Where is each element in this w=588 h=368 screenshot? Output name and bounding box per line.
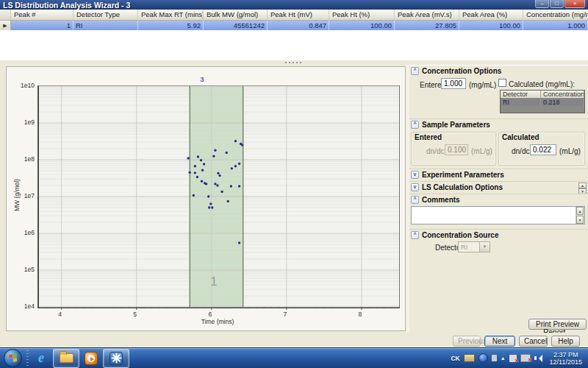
dndc-entered-input[interactable]: 0.100	[445, 144, 468, 155]
region-id-label: 1	[207, 275, 221, 289]
media-player-button[interactable]	[82, 350, 101, 367]
column-header[interactable]: Peak Max RT (mins)	[138, 10, 204, 21]
tray-device-icon[interactable]	[492, 355, 497, 361]
y-tick-label: 1e10	[7, 82, 35, 89]
column-header[interactable]: Bulk MW (g/mol)	[204, 10, 268, 21]
internet-explorer-button[interactable]: e	[32, 350, 51, 367]
column-header[interactable]: Peak Ht (%)	[329, 10, 395, 21]
start-button[interactable]	[4, 349, 22, 367]
table-cell: 100.00	[329, 21, 395, 30]
network-error-icon[interactable]: ×	[520, 354, 531, 362]
collapse-icon[interactable]: ^	[411, 196, 419, 204]
print-preview-report-button[interactable]: Print Preview Report...	[528, 319, 587, 330]
section-title: Sample Parameters	[422, 121, 490, 129]
y-tick-label: 1e7	[7, 192, 35, 199]
tray-folder-icon[interactable]	[464, 354, 475, 362]
detector-concentration-table: Detector typeConcentration RI0.218	[500, 90, 585, 113]
clock-date: 12/11/2015	[550, 358, 582, 366]
calculated-groupbox: Calculated dn/dc 0.022 (mL/g)	[498, 132, 585, 166]
concentration-source-header[interactable]: ^ Concentration Source	[409, 230, 588, 240]
y-tick-label: 1e6	[7, 229, 35, 236]
minimize-button[interactable]: –	[535, 0, 549, 8]
window-controls: – □ ×	[535, 0, 585, 8]
y-tick-label: 1e5	[7, 266, 35, 273]
column-header[interactable]: Detector Type	[74, 10, 138, 21]
ls-calculation-options-header[interactable]: v LS Calculation Options	[409, 182, 588, 192]
windows-explorer-button[interactable]	[53, 349, 79, 368]
dndc-calculated-input[interactable]: 0.022	[530, 144, 556, 155]
y-tick-label: 1e8	[7, 155, 35, 163]
windows-logo-icon	[9, 353, 17, 363]
scroll-up-button[interactable]: ▲	[576, 207, 584, 215]
previous-button[interactable]: Previous	[453, 336, 481, 347]
column-header[interactable]: Peak Area (mV.s)	[395, 10, 459, 21]
column-header[interactable]: Peak Area (%)	[459, 10, 523, 21]
collapse-icon[interactable]: ^	[411, 231, 419, 239]
detector-dropdown-value: RI	[459, 242, 479, 252]
cancel-button[interactable]: Cancel	[519, 336, 548, 347]
next-button[interactable]: Next	[484, 336, 515, 347]
system-tray: CK ▲ × × 2:37 PM 12/11/2015	[451, 351, 588, 366]
collapse-icon[interactable]: ^	[411, 67, 419, 75]
section-comments: ^ Comments ▲ ▼	[409, 194, 588, 230]
taskbar: e CK ▲ × × 2:37 PM	[0, 347, 588, 368]
detector-table-header: Detector typeConcentration	[501, 91, 584, 99]
title-bar: LS Distribution Analysis Wizard - 3 – □ …	[0, 0, 588, 10]
error-badge-icon: ×	[514, 358, 518, 364]
peaks-table: Peak #Detector TypePeak Max RT (mins)Bul…	[0, 10, 588, 61]
row-selector-icon[interactable]: ▶	[0, 21, 11, 30]
tray-network-icon[interactable]	[478, 353, 488, 363]
expand-icon[interactable]: v	[411, 183, 419, 191]
table-cell: RI	[74, 21, 138, 30]
wizard-footer: Previous Next Cancel Help	[0, 333, 588, 347]
y-tick-label: 1e4	[7, 302, 35, 310]
detector-dropdown[interactable]: RI ▼	[458, 241, 490, 252]
comments-scrollbar[interactable]: ▲ ▼	[576, 207, 584, 224]
taskbar-clock[interactable]: 2:37 PM 12/11/2015	[547, 351, 585, 366]
row-selector-header	[0, 10, 11, 21]
scroll-down-button[interactable]: ▼	[576, 216, 584, 224]
section-experiment-parameters: v Experiment Parameters	[409, 169, 588, 182]
entered-groupbox: Entered dn/dc 0.100 (mL/g)	[411, 132, 496, 166]
section-title: LS Calculation Options	[422, 183, 503, 191]
ls-application-button[interactable]	[103, 349, 129, 368]
expand-icon[interactable]: v	[411, 171, 419, 179]
dndc-entered-unit: (mL/g)	[471, 147, 492, 155]
action-center-icon[interactable]: ×	[509, 355, 517, 362]
detector-table-row: RI0.218	[501, 99, 584, 106]
window-title: LS Distribution Analysis Wizard - 3	[3, 1, 130, 10]
sample-parameters-header[interactable]: ^ Sample Parameters	[409, 119, 588, 130]
experiment-parameters-header[interactable]: v Experiment Parameters	[409, 169, 588, 180]
comments-input[interactable]: ▲ ▼	[411, 206, 585, 224]
table-cell: 100.00	[459, 21, 523, 30]
column-header[interactable]: Peak #	[11, 10, 74, 21]
section-ls-calculation-options: v LS Calculation Options ▲ ▼	[409, 181, 588, 194]
splitter-grip-icon	[285, 62, 301, 63]
show-hidden-icons-button[interactable]: ▲	[501, 355, 506, 361]
close-button[interactable]: ×	[564, 0, 585, 8]
concentration-options-header[interactable]: ^ Concentration Options	[409, 66, 588, 76]
table-row[interactable]: ▶1RI5.92455612420.847100.0027.805100.001…	[0, 21, 588, 30]
folder-icon	[60, 353, 74, 363]
panel-scroll-up-button[interactable]: ▲	[578, 183, 587, 188]
comments-header[interactable]: ^ Comments	[409, 194, 588, 205]
table-cell: 1.000	[523, 21, 588, 30]
x-tick-label: 7	[276, 311, 294, 318]
collapse-icon[interactable]: ^	[411, 121, 419, 129]
table-cell: 45561242	[204, 21, 268, 30]
entered-concentration-input[interactable]: 1.000	[441, 78, 466, 89]
calculated-checkbox-label[interactable]: Calculated (mg/mL):	[509, 80, 575, 88]
detector-table-cell: RI	[501, 99, 541, 106]
x-tick-label: 8	[351, 311, 369, 318]
dndc-calculated-label: dn/dc	[512, 147, 529, 155]
language-indicator[interactable]: CK	[451, 355, 459, 362]
section-concentration-source: ^ Concentration Source Detector RI ▼	[409, 229, 588, 259]
chevron-down-icon[interactable]: ▼	[479, 242, 490, 252]
volume-icon[interactable]	[534, 354, 543, 363]
column-header[interactable]: Peak Ht (mV)	[268, 10, 329, 21]
maximize-button[interactable]: □	[550, 0, 564, 8]
entered-unit-label: (mg/mL)	[469, 81, 496, 89]
help-button[interactable]: Help	[551, 336, 580, 347]
calculated-checkbox[interactable]	[498, 79, 506, 87]
column-header[interactable]: Concentration (mg/mL)	[523, 10, 588, 21]
